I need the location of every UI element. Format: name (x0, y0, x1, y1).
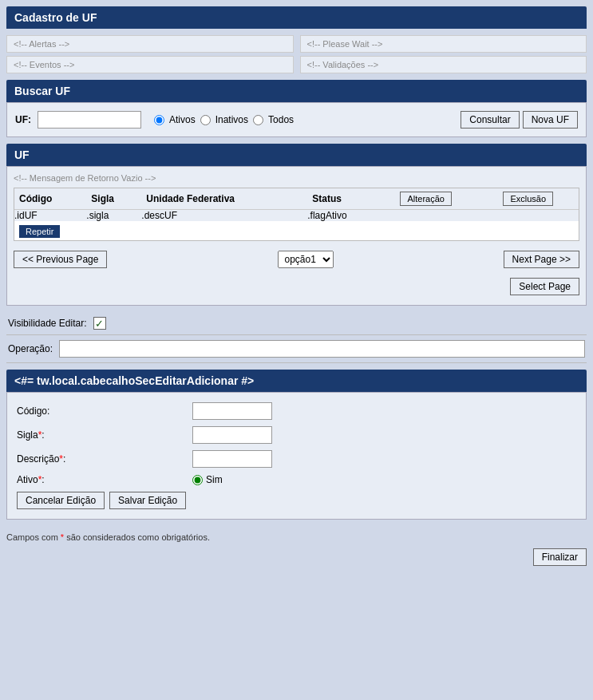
validacoes-box: <!-- Validações --> (300, 56, 587, 73)
col-status: Status (307, 188, 374, 210)
col-unidade: Unidade Federativa (141, 188, 307, 210)
radio-todos[interactable] (253, 115, 263, 125)
ativo-radio-group: Sim (192, 474, 381, 485)
search-section-header: Buscar UF (6, 80, 587, 102)
visibility-checkbox[interactable]: ✓ (93, 317, 106, 330)
col-exclusao: Exclusão (477, 188, 579, 210)
placeholder-descuf: .descUF (141, 210, 307, 222)
radio-sim-label: Sim (206, 474, 381, 485)
col-sigla: Sigla (86, 188, 141, 210)
repetir-button[interactable]: Repetir (19, 225, 60, 238)
placeholder-flagativo: .flagAtivo (307, 210, 374, 222)
prev-page-button[interactable]: << Previous Page (14, 251, 107, 268)
exclusao-header-btn[interactable]: Exclusão (503, 192, 553, 206)
uf-input[interactable] (38, 111, 141, 129)
col-alteracao: Alteração (374, 188, 478, 210)
sigla-input[interactable] (192, 426, 272, 444)
radio-inativos-label: Inativos (215, 114, 248, 125)
nova-uf-button[interactable]: Nova UF (523, 111, 578, 129)
alteracao-header-btn[interactable]: Alteração (400, 192, 451, 206)
please-wait-box: <!-- Please Wait --> (300, 35, 587, 53)
ativo-required-star: * (38, 474, 42, 485)
radio-ativos-label: Ativos (169, 114, 196, 125)
edit-section-header: <#= tw.local.cabecalhoSecEditarAdicionar… (6, 370, 587, 392)
select-page-button[interactable]: Select Page (510, 278, 579, 295)
operacao-label: Operação: (8, 343, 53, 354)
salvar-edicao-button[interactable]: Salvar Edição (109, 492, 186, 509)
operacao-input[interactable] (59, 340, 585, 358)
eventos-box: <!-- Eventos --> (6, 56, 294, 73)
mandatory-note: Campos com * são considerados como obrig… (6, 526, 587, 545)
next-page-button[interactable]: Next Page >> (504, 251, 579, 268)
uf-label: UF: (15, 114, 31, 125)
msg-retorno: <!-- Mensagem de Retorno Vazio --> (14, 173, 579, 183)
placeholder-col5 (374, 210, 478, 222)
placeholder-col6 (477, 210, 579, 222)
page-select[interactable]: opção1 opção2 opção3 (278, 251, 334, 268)
uf-section-header: UF (6, 144, 587, 166)
radio-sim[interactable] (192, 475, 203, 485)
cancelar-edicao-button[interactable]: Cancelar Edição (17, 492, 105, 509)
codigo-label: Código: (17, 405, 192, 417)
descricao-input[interactable] (192, 450, 272, 468)
alertas-box: <!-- Alertas --> (6, 35, 294, 53)
placeholder-sigla: .sigla (86, 210, 141, 222)
descricao-label: Descrição*: (17, 453, 192, 465)
finalizar-button[interactable]: Finalizar (533, 548, 587, 566)
consultar-button[interactable]: Consultar (461, 111, 519, 129)
sigla-label: Sigla*: (17, 429, 192, 441)
codigo-input[interactable] (192, 402, 272, 420)
visibility-label: Visibilidade Editar: (8, 318, 87, 329)
descricao-required-star: * (59, 453, 63, 465)
mandatory-star: * (61, 532, 64, 542)
col-codigo: Código (14, 188, 86, 210)
page-title: Cadastro de UF (6, 6, 587, 29)
radio-todos-label: Todos (268, 114, 294, 125)
radio-ativos[interactable] (154, 115, 164, 125)
ativo-label: Ativo*: (17, 474, 192, 485)
sigla-required-star: * (38, 429, 42, 441)
radio-inativos[interactable] (200, 115, 211, 125)
placeholder-iduf: .idUF (14, 210, 86, 222)
